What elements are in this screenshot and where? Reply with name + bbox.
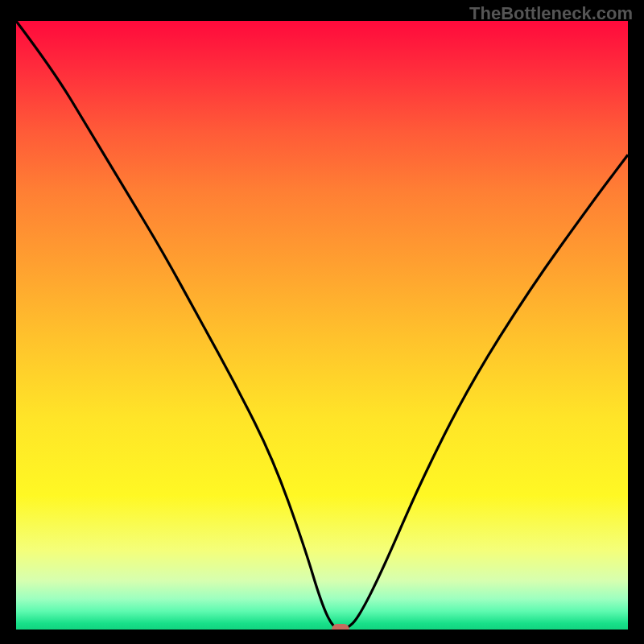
bottleneck-curve	[16, 21, 628, 630]
watermark-text: TheBottleneck.com	[469, 3, 633, 24]
optimum-marker	[332, 624, 349, 630]
plot-area	[16, 21, 628, 630]
